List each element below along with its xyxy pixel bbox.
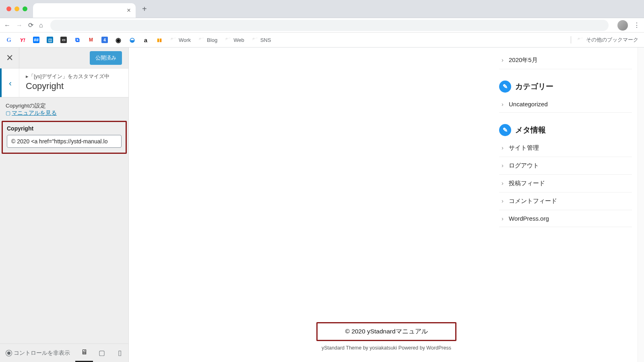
- bookmark-yahoo-icon[interactable]: Y!: [19, 37, 26, 43]
- address-bar: ← → ⟳ ⌂ ⋮: [0, 18, 644, 33]
- browser-chrome: × + ← → ⟳ ⌂ ⋮ G Y! ## ◫ ▭ ⧉ M 4 ◉ ◒ a ▮▮…: [0, 0, 644, 48]
- tab-bar: × +: [0, 0, 644, 18]
- copyright-field-label: Copyright: [7, 125, 122, 132]
- breadcrumb: ‹ ▸「[ys]デザイン」をカスタマイズ中 Copyright: [0, 68, 128, 97]
- customizer-footer: コントロールを非表示 🖥 ▢ ▯: [0, 343, 128, 362]
- section-description: Copyrightの設定 ▢マニュアルを見る: [0, 97, 128, 121]
- bookmark-trello-icon[interactable]: ◫: [47, 37, 53, 43]
- footer-copyright: © 2020 yStadnardマニュアル: [316, 322, 456, 341]
- other-bookmarks[interactable]: その他のブックマーク: [571, 36, 638, 43]
- archive-item[interactable]: 2020年5月: [499, 52, 632, 69]
- meta-item[interactable]: WordPress.org: [499, 210, 632, 227]
- app-body: ✕ 公開済み ‹ ▸「[ys]デザイン」をカスタマイズ中 Copyright C…: [0, 48, 644, 362]
- pencil-icon: ✎: [499, 124, 511, 136]
- customizer-panel: ✕ 公開済み ‹ ▸「[ys]デザイン」をカスタマイズ中 Copyright C…: [0, 48, 129, 362]
- bookmark-google-icon[interactable]: G: [6, 37, 12, 43]
- bookmark-folder-web[interactable]: Web: [225, 37, 244, 43]
- preview-footer: © 2020 yStadnardマニュアル yStandard Theme by…: [129, 315, 644, 362]
- home-icon[interactable]: ⌂: [39, 22, 43, 29]
- bookmark-hash-icon[interactable]: ##: [33, 37, 39, 43]
- url-input[interactable]: [50, 20, 609, 31]
- site-preview: 2020年5月 ✎ カテゴリー Uncategorized ✎ メタ情報 サイト…: [129, 48, 644, 362]
- forward-icon: →: [16, 22, 23, 29]
- customizer-header: ✕ 公開済み: [0, 48, 128, 68]
- maximize-window-icon[interactable]: [23, 6, 27, 11]
- breadcrumb-path: ▸「[ys]デザイン」をカスタマイズ中: [26, 73, 122, 80]
- hide-controls-button[interactable]: コントロールを非表示: [6, 350, 70, 357]
- footer-credit: yStandard Theme by yosiakatsuki Powered …: [129, 345, 644, 351]
- manual-link[interactable]: マニュアルを見る: [12, 110, 57, 116]
- tab-close-icon[interactable]: ×: [127, 6, 131, 14]
- meta-item[interactable]: コメントフィード: [499, 192, 632, 210]
- bookmark-folder-sns[interactable]: SNS: [252, 37, 271, 43]
- category-item[interactable]: Uncategorized: [499, 96, 632, 113]
- device-toggle: 🖥 ▢ ▯: [75, 344, 128, 362]
- bookmark-screen-icon[interactable]: ▭: [60, 37, 67, 43]
- device-mobile-icon[interactable]: ▯: [111, 344, 128, 362]
- section-desc-text: Copyrightの設定: [6, 102, 123, 110]
- eye-icon: [7, 352, 10, 355]
- scrollbar[interactable]: [638, 48, 644, 362]
- copyright-input[interactable]: [7, 135, 122, 148]
- device-desktop-icon[interactable]: 🖥: [75, 344, 93, 362]
- device-tablet-icon[interactable]: ▢: [93, 344, 111, 362]
- highlighted-field-group: Copyright: [2, 121, 127, 154]
- minimize-window-icon[interactable]: [14, 6, 19, 11]
- bookmark-messenger-icon[interactable]: ◒: [129, 37, 135, 43]
- bookmark-amazon-icon[interactable]: a: [142, 37, 149, 43]
- window-controls: [6, 6, 27, 11]
- bookmark-dropbox-icon[interactable]: ⧉: [74, 37, 80, 43]
- browser-tab[interactable]: ×: [33, 3, 136, 18]
- meta-item[interactable]: ログアウト: [499, 157, 632, 175]
- breadcrumb-back-icon[interactable]: ‹: [0, 68, 19, 97]
- widget-heading-category: ✎ カテゴリー: [499, 81, 632, 93]
- meta-item[interactable]: サイト管理: [499, 139, 632, 157]
- book-icon: ▢: [6, 110, 10, 116]
- widget-heading-meta: ✎ メタ情報: [499, 124, 632, 136]
- close-window-icon[interactable]: [6, 6, 11, 11]
- close-customizer-icon[interactable]: ✕: [0, 48, 19, 68]
- pencil-icon: ✎: [499, 81, 511, 93]
- bookmark-calendar-icon[interactable]: 4: [101, 37, 108, 43]
- bookmark-github-icon[interactable]: ◉: [115, 37, 122, 43]
- menu-icon[interactable]: ⋮: [634, 21, 640, 29]
- new-tab-button[interactable]: +: [142, 4, 147, 14]
- bookmark-analytics-icon[interactable]: ▮▮: [156, 37, 163, 43]
- breadcrumb-title: Copyright: [26, 81, 122, 91]
- bookmark-folder-work[interactable]: Work: [170, 37, 191, 43]
- back-icon[interactable]: ←: [4, 22, 10, 29]
- preview-sidebar: 2020年5月 ✎ カテゴリー Uncategorized ✎ メタ情報 サイト…: [499, 52, 632, 227]
- bookmark-folder-blog[interactable]: Blog: [198, 37, 217, 43]
- meta-item[interactable]: 投稿フィード: [499, 175, 632, 192]
- bookmarks-bar: G Y! ## ◫ ▭ ⧉ M 4 ◉ ◒ a ▮▮ Work Blog Web…: [0, 33, 644, 48]
- profile-avatar[interactable]: [617, 20, 628, 31]
- bookmark-gmail-icon[interactable]: M: [88, 37, 94, 43]
- reload-icon[interactable]: ⟳: [28, 21, 33, 29]
- publish-button[interactable]: 公開済み: [90, 51, 122, 65]
